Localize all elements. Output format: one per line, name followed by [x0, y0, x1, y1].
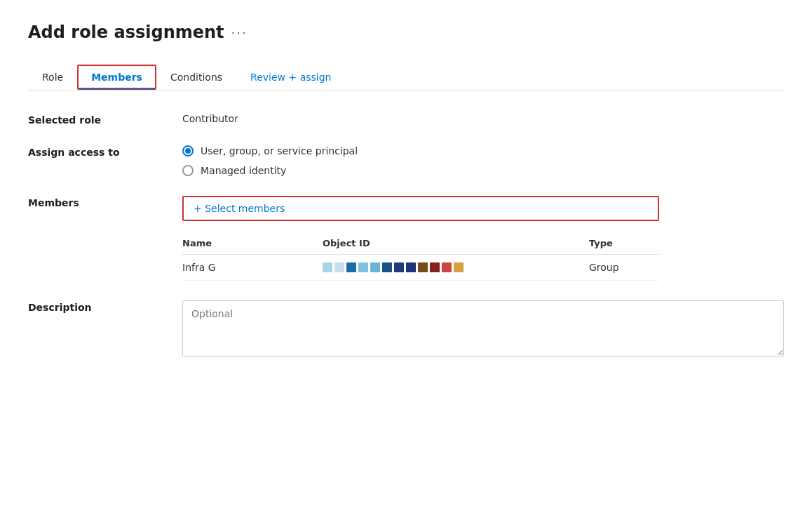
- id-color-block: [334, 262, 344, 272]
- form-section: Selected role Contributor Assign access …: [28, 113, 784, 357]
- id-color-block: [430, 262, 440, 272]
- tab-review-assign[interactable]: Review + assign: [236, 65, 345, 90]
- selected-role-row: Selected role Contributor: [28, 113, 784, 126]
- selected-role-value: Contributor: [182, 113, 238, 124]
- selected-role-label: Selected role: [28, 113, 154, 126]
- radio-managed-identity-circle: [182, 165, 194, 176]
- description-textarea[interactable]: [182, 300, 784, 357]
- page-container: Add role assignment ··· Role Members Con…: [0, 0, 812, 379]
- col-header-type: Type: [589, 232, 659, 255]
- assign-access-label: Assign access to: [28, 145, 154, 158]
- id-color-block: [382, 262, 392, 272]
- id-color-block: [442, 262, 452, 272]
- radio-managed-identity-label: Managed identity: [201, 165, 286, 176]
- members-row: Members + Select members Name Object ID …: [28, 196, 784, 281]
- id-color-block: [346, 262, 356, 272]
- col-header-name: Name: [182, 232, 323, 255]
- tab-conditions[interactable]: Conditions: [156, 65, 236, 90]
- access-radio-group: User, group, or service principal Manage…: [182, 145, 358, 176]
- id-color-block: [454, 262, 463, 272]
- tab-role[interactable]: Role: [28, 65, 77, 90]
- tab-members[interactable]: Members: [77, 65, 156, 90]
- radio-user-group[interactable]: User, group, or service principal: [182, 145, 358, 157]
- tabs-container: Role Members Conditions Review + assign: [28, 65, 784, 91]
- members-table: Name Object ID Type Infra GGroup: [182, 232, 659, 281]
- select-members-button[interactable]: + Select members: [182, 196, 659, 221]
- id-color-block: [323, 262, 332, 272]
- assign-access-row: Assign access to User, group, or service…: [28, 145, 784, 176]
- member-object-id: [323, 255, 589, 281]
- description-row: Description: [28, 300, 784, 357]
- radio-managed-identity[interactable]: Managed identity: [182, 165, 358, 176]
- member-type: Group: [589, 255, 659, 281]
- id-color-block: [370, 262, 380, 272]
- page-title: Add role assignment: [28, 22, 224, 42]
- id-color-block: [406, 262, 416, 272]
- radio-user-group-label: User, group, or service principal: [201, 145, 358, 157]
- members-label: Members: [28, 196, 154, 208]
- member-name: Infra G: [182, 255, 323, 281]
- col-header-objectid: Object ID: [323, 232, 589, 255]
- page-title-row: Add role assignment ···: [28, 22, 784, 42]
- table-header-row: Name Object ID Type: [182, 232, 659, 255]
- description-label: Description: [28, 300, 154, 313]
- id-color-block: [358, 262, 368, 272]
- radio-user-group-circle: [182, 145, 194, 157]
- id-color-block: [394, 262, 404, 272]
- id-color-block: [418, 262, 428, 272]
- table-row: Infra GGroup: [182, 255, 659, 281]
- members-content: + Select members Name Object ID Type Inf…: [182, 196, 659, 281]
- more-options-icon[interactable]: ···: [231, 25, 248, 40]
